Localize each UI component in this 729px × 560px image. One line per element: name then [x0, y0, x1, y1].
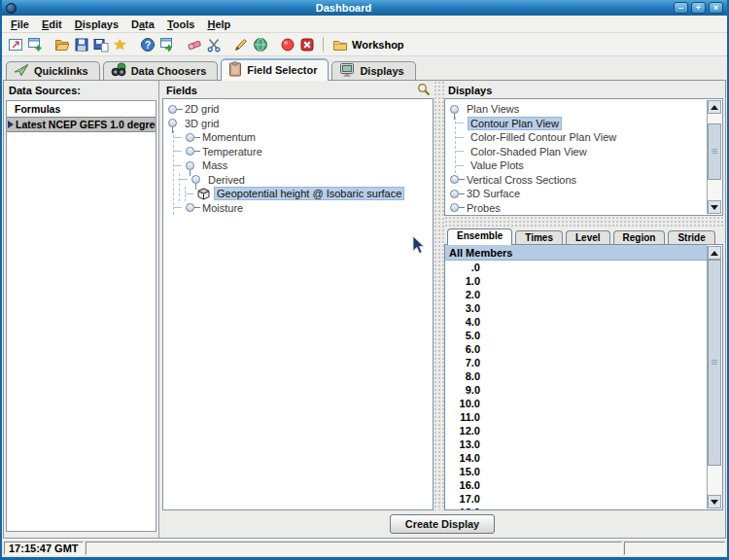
tab-displays[interactable]: Displays — [331, 61, 415, 80]
ensemble-scrollbar[interactable] — [707, 246, 721, 508]
tree-handle-collapsed-icon[interactable] — [450, 175, 459, 184]
export-window-icon[interactable] — [158, 36, 175, 52]
scroll-track[interactable] — [708, 260, 721, 495]
tree-handle-collapsed-icon[interactable] — [450, 190, 459, 198]
tree-item-moisture[interactable]: Moisture — [174, 201, 431, 216]
tree-item-probes[interactable]: Probes — [450, 201, 706, 216]
ensemble-member-value[interactable]: 11.0 — [445, 410, 480, 424]
tree-item-vertical-cross-sections[interactable]: Vertical Cross Sections — [450, 173, 706, 188]
close-button[interactable]: × — [709, 2, 723, 14]
ensemble-member-value[interactable]: 9.0 — [445, 383, 480, 397]
tree-handle-expanded-icon[interactable] — [191, 175, 200, 184]
title-bar[interactable]: Dashboard – + × — [2, 0, 727, 16]
tree-handle-collapsed-icon[interactable] — [450, 203, 459, 212]
ensemble-list[interactable]: .01.02.03.04.05.06.07.08.09.010.011.012.… — [445, 261, 707, 509]
display-window-icon[interactable] — [7, 36, 23, 52]
ensemble-member-value[interactable]: 13.0 — [445, 438, 480, 451]
tree-item-color-filled-contour-plan-view[interactable]: Color-Filled Contour Plan View — [456, 130, 706, 145]
displays-tree[interactable]: Plan Views Contour Plan View Color-Fille… — [444, 98, 723, 216]
ensemble-member-value[interactable]: 7.0 — [445, 356, 480, 369]
tree-item-2d-grid[interactable]: 2D grid — [168, 102, 431, 117]
stop-icon[interactable] — [298, 36, 315, 52]
edit-pencil-icon[interactable] — [232, 36, 249, 52]
menu-file[interactable]: File — [7, 18, 38, 31]
maximize-button[interactable]: + — [691, 2, 706, 14]
vertical-splitter[interactable] — [434, 81, 444, 510]
tree-handle-collapsed-icon[interactable] — [168, 105, 177, 114]
eraser-icon[interactable] — [186, 36, 202, 52]
scroll-up-button[interactable] — [708, 246, 721, 260]
ensemble-member-value[interactable]: 15.0 — [445, 465, 480, 478]
tab-quicklinks[interactable]: Quicklinks — [6, 61, 100, 80]
ensemble-member-value[interactable]: 12.0 — [445, 424, 480, 438]
save-icon[interactable] — [73, 36, 89, 52]
subtab-ensemble[interactable]: Ensemble — [447, 228, 512, 245]
ensemble-member-value[interactable]: 14.0 — [445, 451, 480, 465]
subtab-times[interactable]: Times — [515, 230, 563, 244]
ensemble-all-members-row[interactable]: All Members — [445, 245, 707, 261]
scroll-up-button[interactable] — [708, 100, 721, 114]
tree-item-geopotential-height[interactable]: Geopotential height @ Isobaric surface — [186, 187, 431, 201]
subtab-stride[interactable]: Stride — [668, 230, 714, 244]
record-icon[interactable] — [279, 36, 295, 52]
tree-item-contour-plan-view[interactable]: Contour Plan View — [456, 117, 706, 131]
minimize-button[interactable]: – — [674, 2, 688, 14]
create-display-button[interactable]: Create Display — [390, 514, 495, 534]
horizontal-splitter[interactable] — [444, 216, 723, 227]
new-window-icon[interactable] — [26, 36, 43, 52]
magnifier-icon[interactable] — [417, 83, 431, 98]
ensemble-member-value[interactable]: 17.0 — [445, 492, 480, 506]
open-folder-icon[interactable] — [53, 36, 70, 52]
workshop-toolbar-item[interactable]: Workshop — [331, 36, 404, 52]
cut-scissors-icon[interactable] — [205, 36, 222, 52]
tab-data-choosers[interactable]: Data Choosers — [103, 61, 219, 80]
ensemble-member-value[interactable]: 6.0 — [445, 342, 480, 356]
tree-handle-expanded-icon[interactable] — [450, 105, 459, 114]
tree-item-color-shaded-plan-view[interactable]: Color-Shaded Plan View — [456, 145, 706, 159]
menu-displays[interactable]: Displays — [71, 18, 127, 31]
tree-item-3d-surface[interactable]: 3D Surface — [450, 187, 706, 201]
menu-help[interactable]: Help — [203, 18, 239, 31]
scroll-thumb[interactable] — [708, 123, 721, 180]
menu-data[interactable]: Data — [127, 18, 163, 31]
tree-item-value-plots[interactable]: Value Plots — [456, 158, 706, 173]
tree-handle-expanded-icon[interactable] — [186, 161, 194, 170]
tab-field-selector[interactable]: Field Selector — [221, 58, 329, 81]
fields-tree[interactable]: 2D grid 3D grid Momentum — [162, 98, 434, 510]
ensemble-member-value[interactable]: 10.0 — [445, 397, 480, 410]
ensemble-member-value[interactable]: 16.0 — [445, 478, 480, 492]
scroll-down-button[interactable] — [708, 495, 721, 508]
scroll-thumb[interactable] — [708, 260, 721, 466]
ensemble-member-value[interactable]: 8.0 — [445, 369, 480, 383]
tree-handle-collapsed-icon[interactable] — [186, 133, 194, 142]
tree-item-temperature[interactable]: Temperature — [174, 145, 431, 159]
data-source-formulas[interactable]: Formulas — [7, 101, 156, 117]
ensemble-member-value[interactable]: 5.0 — [445, 329, 480, 342]
scroll-track[interactable] — [708, 114, 721, 200]
subtab-level[interactable]: Level — [566, 230, 610, 244]
tree-item-derived[interactable]: Derived — [180, 173, 431, 188]
ensemble-member-value[interactable]: 18.0 — [445, 506, 480, 509]
ensemble-member-value[interactable]: 4.0 — [445, 315, 480, 329]
favorites-star-icon[interactable]: ★ — [112, 36, 128, 52]
displays-scrollbar[interactable] — [707, 100, 721, 214]
tree-item-mass[interactable]: Mass — [174, 158, 431, 173]
save-as-icon[interactable] — [92, 36, 109, 52]
help-icon[interactable]: ? — [139, 36, 156, 52]
data-source-ncep-gefs[interactable]: Latest NCEP GEFS 1.0 degree — [7, 117, 156, 132]
idv-logo-icon[interactable] — [6, 3, 17, 14]
tree-handle-collapsed-icon[interactable] — [186, 203, 194, 212]
tree-item-3d-grid[interactable]: 3D grid — [168, 117, 431, 131]
globe-icon[interactable] — [252, 36, 268, 52]
menu-tools[interactable]: Tools — [163, 18, 204, 31]
scroll-down-button[interactable] — [708, 200, 721, 214]
tree-handle-expanded-icon[interactable] — [168, 119, 177, 127]
data-sources-list[interactable]: Formulas Latest NCEP GEFS 1.0 degree — [6, 100, 156, 532]
ensemble-member-value[interactable]: 2.0 — [445, 288, 480, 301]
ensemble-member-value[interactable]: 1.0 — [445, 274, 480, 288]
tree-item-plan-views[interactable]: Plan Views — [450, 102, 706, 117]
ensemble-member-value[interactable]: 3.0 — [445, 301, 480, 315]
menu-edit[interactable]: Edit — [38, 18, 71, 31]
tree-item-momentum[interactable]: Momentum — [174, 130, 431, 145]
subtab-region[interactable]: Region — [613, 230, 666, 244]
